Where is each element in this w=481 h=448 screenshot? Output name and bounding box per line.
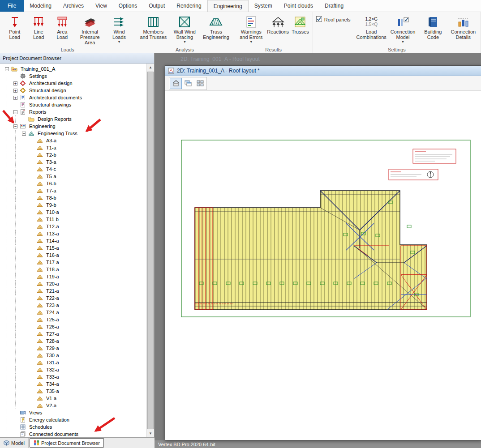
expand-toggle-icon[interactable]: +: [13, 89, 17, 93]
tree-item-settings[interactable]: Settings: [3, 73, 146, 80]
menu-tab-system[interactable]: System: [249, 0, 278, 12]
line-load-button[interactable]: Line Load: [28, 13, 50, 40]
tree-item-t6-b[interactable]: T6-b: [3, 180, 146, 187]
drawing-window-titlebar[interactable]: 2D: Training_001_A - Roof layout *: [165, 66, 481, 76]
warnings-and-errors-button[interactable]: Warnings and Errors▾: [237, 13, 265, 44]
members-and-trusses-button[interactable]: Members and Trusses: [138, 13, 168, 40]
point-load-button[interactable]: Point Load: [3, 13, 27, 40]
tree-item-t20-a[interactable]: T20-a: [3, 280, 146, 287]
menu-tab-output[interactable]: Output: [143, 0, 171, 12]
connection-model-button[interactable]: Connection Model▾: [388, 13, 417, 44]
tree-item-engineering-truss[interactable]: −Engineering Truss: [3, 130, 146, 137]
scroll-down-icon[interactable]: ▼: [147, 430, 154, 437]
model-view-button[interactable]: [170, 78, 182, 89]
tree-item-design-reports[interactable]: Design Reports: [3, 115, 146, 123]
tree-item-t11-b[interactable]: T11-b: [3, 216, 146, 223]
collapse-toggle-icon[interactable]: −: [13, 110, 17, 114]
menu-tab-point-clouds[interactable]: Point clouds: [278, 0, 319, 12]
wind-loads-button[interactable]: Wind Loads▾: [106, 13, 133, 44]
menu-tab-drafting[interactable]: Drafting: [319, 0, 349, 12]
tree-item-t8-b[interactable]: T8-b: [3, 194, 146, 201]
expand-toggle-icon[interactable]: +: [13, 81, 17, 85]
tree-item-t10-a[interactable]: T10-a: [3, 209, 146, 216]
tree-item-training-001-a[interactable]: −Training_001_A: [3, 65, 146, 73]
tree-item-structural-drawings[interactable]: Structural drawings: [3, 101, 146, 108]
internal-pressure-area-button[interactable]: Internal Pressure Area: [75, 13, 105, 45]
tile-windows-button[interactable]: [194, 78, 206, 89]
truss-engineering-button[interactable]: Truss Engineering: [201, 13, 231, 40]
tree-item-t30-a[interactable]: T30-a: [3, 352, 146, 359]
wall-wind-bracing-button[interactable]: Wall Wind Bracing▾: [169, 13, 200, 44]
tree-item-t28-a[interactable]: T28-a: [3, 337, 146, 345]
tab-project-document-browser[interactable]: Project Document Browser: [30, 438, 104, 448]
area-load-button[interactable]: Area Load: [51, 13, 74, 40]
collapse-toggle-icon[interactable]: −: [22, 132, 26, 136]
tree-item-t31-a[interactable]: T31-a: [3, 359, 146, 366]
tree-item-t15-a[interactable]: T15-a: [3, 244, 146, 252]
tree-item-t34-a[interactable]: T34-a: [3, 380, 146, 388]
tree-item-t18-a[interactable]: T18-a: [3, 266, 146, 273]
tree-item-t3-a[interactable]: T3-a: [3, 158, 146, 166]
tree-item-t33-a[interactable]: T33-a: [3, 373, 146, 380]
load-combinations-button[interactable]: 1.2×G1.5×QLoad Combinations: [356, 13, 387, 40]
tree-item-energy-calculation[interactable]: Energy calculation: [3, 416, 146, 423]
tree-item-architectural-documents[interactable]: +Architectural documents: [3, 94, 146, 101]
tree-item-architectural-design[interactable]: +Architectural design: [3, 80, 146, 87]
tree-item-t13-a[interactable]: T13-a: [3, 230, 146, 237]
tree-item-t29-a[interactable]: T29-a: [3, 345, 146, 352]
tree-item-t4-c[interactable]: T4-c: [3, 166, 146, 173]
tree-item-t32-a[interactable]: T32-a: [3, 366, 146, 373]
tree-item-t24-a[interactable]: T24-a: [3, 309, 146, 316]
scrollbar-thumb[interactable]: [147, 72, 154, 429]
tree-item-t22-a[interactable]: T22-a: [3, 294, 146, 302]
tree-item-engineering[interactable]: −Engineering: [3, 123, 146, 130]
tree-item-t17-a[interactable]: T17-a: [3, 259, 146, 266]
tab-model[interactable]: Model: [0, 438, 29, 448]
tree-item-t1-a[interactable]: T1-a: [3, 144, 146, 151]
building-code-button[interactable]: Building Code: [418, 13, 447, 40]
menu-tab-engineering[interactable]: Engineering: [207, 0, 249, 12]
tree-item-t19-a[interactable]: T19-a: [3, 273, 146, 280]
tree-item-schedules[interactable]: Schedules: [3, 423, 146, 431]
tree-item-t7-a[interactable]: T7-a: [3, 187, 146, 194]
menu-tab-modeling[interactable]: Modeling: [24, 0, 57, 12]
reactions-button[interactable]: Reactions: [266, 13, 290, 34]
new-window-button[interactable]: [182, 78, 194, 89]
tree-item-views[interactable]: Views: [3, 409, 146, 416]
menu-tab-rendering[interactable]: Rendering: [171, 0, 207, 12]
tree-item-t35-a[interactable]: T35-a: [3, 388, 146, 395]
tree-item-reports[interactable]: −Reports: [3, 108, 146, 115]
tree-item-v1-a[interactable]: V1-a: [3, 395, 146, 402]
tree-item-t27-a[interactable]: T27-a: [3, 330, 146, 337]
tree-item-t9-b[interactable]: T9-b: [3, 201, 146, 209]
tree-item-t25-a[interactable]: T25-a: [3, 316, 146, 323]
drawing-canvas[interactable]: [165, 91, 481, 440]
tree-scrollbar[interactable]: ▲ ▼: [146, 64, 154, 437]
tree-item-t12-a[interactable]: T12-a: [3, 223, 146, 230]
expand-toggle-icon[interactable]: +: [13, 96, 17, 100]
tree-item-t16-a[interactable]: T16-a: [3, 252, 146, 259]
tree-item-t23-a[interactable]: T23-a: [3, 302, 146, 309]
menu-tab-file[interactable]: File: [0, 0, 24, 12]
collapse-toggle-icon[interactable]: −: [5, 67, 9, 71]
tree-item-v2-a[interactable]: V2-a: [3, 402, 146, 409]
tree-item-t14-a[interactable]: T14-a: [3, 237, 146, 244]
tree-item-t2-b[interactable]: T2-b: [3, 151, 146, 158]
tree-item-t26-a[interactable]: T26-a: [3, 323, 146, 330]
menu-tab-archives[interactable]: Archives: [57, 0, 90, 12]
tree-guide: [3, 223, 11, 230]
scroll-up-icon[interactable]: ▲: [147, 64, 154, 71]
menu-tab-view[interactable]: View: [90, 0, 113, 12]
tree-item-connected-documents[interactable]: Connected documents: [3, 431, 146, 437]
trusses-button[interactable]: Trusses: [291, 13, 310, 34]
roof-panels-checkbox[interactable]: Roof panels: [316, 16, 351, 23]
tree-item-t5-a[interactable]: T5-a: [3, 173, 146, 180]
tree-expander-slot: [11, 416, 20, 423]
tree-item-a3-a[interactable]: A3-a: [3, 137, 146, 144]
tree-item-structural-design[interactable]: +Structural design: [3, 87, 146, 94]
collapse-toggle-icon[interactable]: −: [13, 124, 17, 128]
menu-tab-options[interactable]: Options: [113, 0, 143, 12]
connection-details-button[interactable]: Connection Details: [449, 13, 478, 40]
inactive-window-title[interactable]: 2D: Training_001_A - Roof layout: [180, 56, 260, 62]
tree-item-t21-a[interactable]: T21-a: [3, 287, 146, 294]
